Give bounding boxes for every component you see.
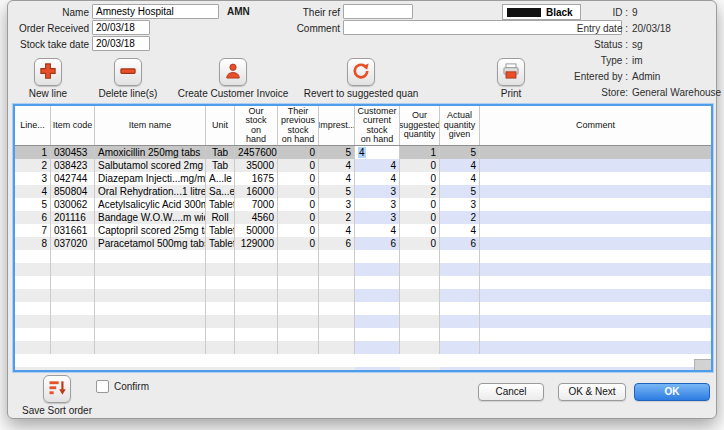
order-received-field[interactable] [92, 20, 150, 35]
table-header-row: Line...Item codeItem nameUnitOur stock o… [15, 106, 711, 146]
cell-cust_current[interactable]: 4 [355, 172, 400, 185]
cell-code [51, 263, 95, 276]
scrollbar-corner[interactable] [694, 359, 711, 370]
print-button[interactable]: Print [446, 58, 576, 99]
column-header-cust_current[interactable]: Customer current stock on hand [355, 106, 400, 145]
column-header-actual[interactable]: Actual quantity given [440, 106, 480, 145]
cell-imprest: 4 [319, 224, 355, 237]
cell-line [15, 315, 51, 328]
cell-unit [206, 302, 235, 315]
info-row-entry-date: Entry date :20/03/18 [546, 21, 721, 37]
cell-line [15, 250, 51, 263]
cell-imprest: 5 [319, 185, 355, 198]
cell-comment[interactable] [480, 224, 711, 237]
cell-suggested [400, 289, 440, 302]
cell-suggested [400, 328, 440, 341]
column-header-their_prev[interactable]: Their previous stock on hand [278, 106, 319, 145]
cell-suggested: 0 [400, 172, 440, 185]
column-header-unit[interactable]: Unit [206, 106, 235, 145]
cell-cust_current[interactable]: 3 [355, 198, 400, 211]
table-row[interactable]: 1030453Amoxicillin 250mg tabsTab24576000… [15, 146, 711, 159]
cell-actual[interactable]: 6 [440, 237, 480, 250]
cell-our_stock [235, 328, 278, 341]
table-empty-row [15, 302, 711, 315]
cell-suggested [400, 263, 440, 276]
cell-comment[interactable] [480, 198, 711, 211]
cell-cust_current[interactable]: 4 [355, 159, 400, 172]
cell-line [15, 367, 51, 372]
cell-suggested [400, 367, 440, 372]
table-row[interactable]: 2038423Salbutamol scored 2mg tabsTab3500… [15, 159, 711, 172]
table-row[interactable]: 7031661Captopril scored 25mg tabsTablet5… [15, 224, 711, 237]
table-row[interactable]: 4850804Oral Rehydration...1 litre/ CAR-1… [15, 185, 711, 198]
cell-imprest [319, 341, 355, 354]
cell-code [51, 341, 95, 354]
table-row[interactable]: 8037020Paracetamol 500mg tabsTablet12900… [15, 237, 711, 250]
cell-comment[interactable] [480, 146, 711, 159]
table-empty-row [15, 328, 711, 341]
cell-our_stock [235, 367, 278, 372]
cell-our_stock: 7000 [235, 198, 278, 211]
column-header-comment[interactable]: Comment [480, 106, 711, 145]
cell-actual[interactable]: 4 [440, 224, 480, 237]
cell-line: 5 [15, 198, 51, 211]
table-empty-row [15, 341, 711, 354]
cell-unit [206, 354, 235, 367]
save-sort-order-button[interactable]: Save Sort order [11, 375, 103, 416]
revert-to-suggested-button[interactable]: Revert to suggested quan [296, 58, 426, 99]
cell-line: 1 [15, 146, 51, 159]
cell-comment[interactable] [480, 237, 711, 250]
cell-cust_current[interactable]: 4 [355, 146, 400, 159]
cell-cust_current [355, 250, 400, 263]
column-header-line[interactable]: Line... [15, 106, 51, 145]
color-swatch-icon [507, 8, 541, 17]
column-header-imprest[interactable]: Imprest... [319, 106, 355, 145]
stock-take-date-field[interactable] [92, 36, 150, 51]
cell-unit: Sa...et [206, 185, 235, 198]
cell-actual[interactable]: 5 [440, 185, 480, 198]
column-header-our_stock[interactable]: Our stock on hand [235, 106, 278, 145]
cell-cust_current[interactable]: 4 [355, 224, 400, 237]
table-row[interactable]: 3042744Diazepam Injecti...mg/ml Amp/2mlA… [15, 172, 711, 185]
column-header-code[interactable]: Item code [51, 106, 95, 145]
editing-cell-value[interactable]: 4 [358, 147, 366, 158]
cell-suggested [400, 276, 440, 289]
cell-actual[interactable]: 4 [440, 159, 480, 172]
ok-button[interactable]: OK [634, 383, 710, 401]
cell-code [51, 354, 95, 367]
name-field[interactable] [92, 4, 219, 19]
column-header-name[interactable]: Item name [95, 106, 206, 145]
cell-cust_current[interactable]: 3 [355, 185, 400, 198]
cell-cust_current [355, 263, 400, 276]
cell-comment[interactable] [480, 159, 711, 172]
cell-our_stock [235, 263, 278, 276]
cell-actual[interactable]: 4 [440, 172, 480, 185]
cell-comment[interactable] [480, 211, 711, 224]
column-header-suggested[interactable]: Our suggested quantity [400, 106, 440, 145]
cell-imprest: 3 [319, 198, 355, 211]
table-row[interactable]: 6201116Bandage W.O.W....m wide x 5m roll… [15, 211, 711, 224]
create-customer-invoice-button[interactable]: Create Customer Invoice [168, 58, 298, 99]
cell-suggested [400, 354, 440, 367]
confirm-checkbox[interactable]: Confirm [96, 380, 149, 393]
cell-comment [480, 341, 711, 354]
cell-actual[interactable]: 3 [440, 198, 480, 211]
cell-comment[interactable] [480, 185, 711, 198]
cell-actual[interactable]: 2 [440, 211, 480, 224]
table-empty-row [15, 367, 711, 372]
cell-unit: Tablet [206, 198, 235, 211]
table-row[interactable]: 5030062Acetylsalicylic Acid 300mg tabsTa… [15, 198, 711, 211]
cell-name [95, 302, 206, 315]
cell-comment[interactable] [480, 172, 711, 185]
cell-cust_current[interactable]: 3 [355, 211, 400, 224]
cancel-button[interactable]: Cancel [478, 383, 544, 401]
cell-comment [480, 263, 711, 276]
ok-next-button[interactable]: OK & Next [558, 383, 626, 401]
confirm-label: Confirm [114, 381, 149, 392]
cell-comment [480, 315, 711, 328]
cell-unit: Tablet [206, 237, 235, 250]
cell-imprest: 2 [319, 211, 355, 224]
their-ref-field[interactable] [343, 4, 413, 19]
cell-cust_current[interactable]: 6 [355, 237, 400, 250]
cell-actual[interactable]: 5 [440, 146, 480, 159]
